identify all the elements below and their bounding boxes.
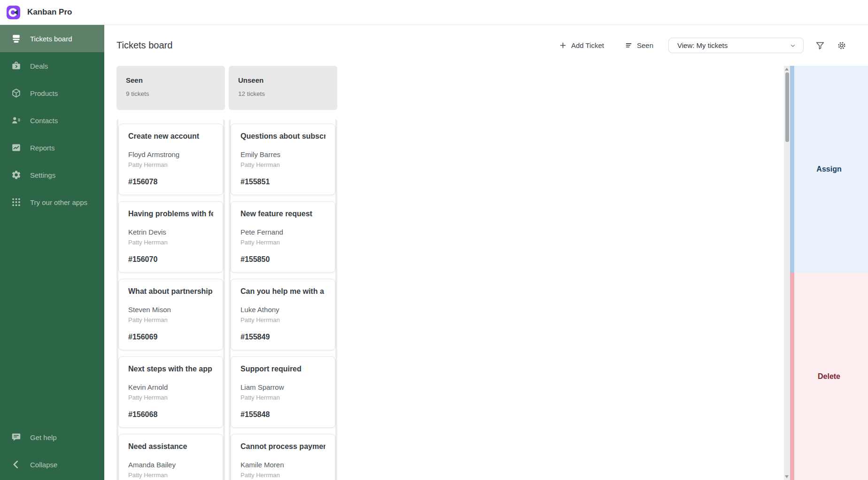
board-column-unseen: Unseen12 ticketsQuestions about subscri.… [229,66,337,480]
products-icon [10,87,22,99]
sidebar-item-label: Get help [30,433,57,441]
delete-dropzone[interactable]: Delete [790,273,868,480]
ticket-title: Create new account [128,132,213,141]
scrollbar-thumb[interactable] [785,72,789,142]
ticket-requester: Pete Fernand [240,228,326,236]
ticket-assignee: Patty Herrman [240,161,326,168]
ticket-assignee: Patty Herrman [128,394,213,401]
card-slot: Questions about subscri...Emily BarresPa… [231,119,335,201]
card-slot: Can you help me with a r...Luke AthonyPa… [231,279,335,356]
ticket-title: What about partnership [128,287,213,296]
sidebar-item-label: Contacts [30,117,58,125]
ticket-requester: Amanda Bailey [128,461,213,469]
gear-icon [837,40,847,51]
list-lines-icon [625,41,633,49]
card-slot: Having problems with fe...Ketrin DevisPa… [118,201,223,279]
ticket-requester: Kamile Moren [240,461,326,469]
settings-button[interactable] [837,40,847,51]
main-header: Tickets board Add Ticket [104,25,868,66]
contacts-icon [10,115,22,126]
ticket-requester: Luke Athony [240,306,326,314]
ticket-card[interactable]: New feature requestPete FernandPatty Her… [231,201,335,273]
assign-dropzone-label: Assign [816,165,841,173]
sidebar-spacer [0,216,104,424]
ticket-card[interactable]: Questions about subscri...Emily BarresPa… [231,124,335,195]
ticket-requester: Ketrin Devis [128,228,213,236]
ticket-title: Cannot process payment [240,442,326,451]
ticket-number: #155849 [240,333,326,341]
ticket-number: #155848 [240,410,326,419]
ticket-assignee: Patty Herrman [240,394,326,401]
assign-dropzone[interactable]: Assign [790,66,868,273]
vertical-scrollbar[interactable] [784,66,790,480]
top-bar: Kanban Pro [0,0,868,25]
header-controls: Add Ticket Seen View: My tickets [559,38,847,53]
reports-icon [10,142,22,153]
add-ticket-label: Add Ticket [571,41,604,49]
sidebar-item-label: Products [30,89,58,97]
column-title: Unseen [238,76,328,84]
card-slot: Create new accountFloyd ArmstrongPatty H… [118,119,223,201]
sidebar-item-products[interactable]: Products [0,79,104,107]
sidebar-item-get-help[interactable]: Get help [0,424,104,451]
sidebar-item-label: Collapse [30,461,57,469]
sidebar: Tickets boardDealsProductsContactsReport… [0,25,104,480]
column-ticket-count: 12 tickets [238,90,328,97]
card-slot: Need assistanceAmanda BaileyPatty Herrma… [118,434,223,480]
sidebar-item-label: Deals [30,62,48,70]
ticket-assignee: Patty Herrman [128,472,213,479]
column-header: Unseen12 tickets [229,66,337,110]
seen-filter-button[interactable]: Seen [625,41,653,49]
ticket-title: Questions about subscri... [240,132,326,141]
sidebar-item-reports[interactable]: Reports [0,134,104,161]
sidebar-item-deals[interactable]: Deals [0,52,104,79]
column-card-track: Create new accountFloyd ArmstrongPatty H… [116,119,225,480]
card-slot: Cannot process paymentKamile MorenPatty … [231,434,335,480]
filter-button[interactable] [815,40,825,51]
ticket-requester: Steven Mison [128,306,213,314]
ticket-number: #156069 [128,333,213,341]
ticket-number: #156068 [128,410,213,419]
sidebar-item-label: Try our other apps [30,198,87,206]
sidebar-item-tickets-board[interactable]: Tickets board [0,25,104,52]
ticket-card[interactable]: Support requiredLiam SparrowPatty Herrma… [231,356,335,428]
ticket-assignee: Patty Herrman [240,472,326,479]
chat-icon [10,432,22,443]
ticket-card[interactable]: Create new accountFloyd ArmstrongPatty H… [118,124,223,195]
board-wrap: Seen9 ticketsCreate new accountFloyd Arm… [104,66,868,480]
view-select[interactable]: View: My tickets [668,38,804,53]
dropzones: Assign Delete [790,66,868,480]
ticket-card[interactable]: Cannot process paymentKamile MorenPatty … [231,434,335,480]
column-ticket-count: 9 tickets [126,90,216,97]
scroll-up-arrow-icon[interactable] [785,68,789,71]
ticket-title: New feature request [240,210,326,218]
seen-filter-label: Seen [637,41,653,49]
ticket-card[interactable]: Can you help me with a r...Luke AthonyPa… [231,279,335,350]
sidebar-item-contacts[interactable]: Contacts [0,107,104,134]
scroll-down-arrow-icon[interactable] [785,475,789,478]
ticket-title: Can you help me with a r... [240,287,326,296]
card-slot: Support requiredLiam SparrowPatty Herrma… [231,356,335,434]
ticket-title: Support required [240,365,326,373]
add-ticket-button[interactable]: Add Ticket [559,41,604,49]
sidebar-item-try-our-other-apps[interactable]: Try our other apps [0,189,104,216]
ticket-card[interactable]: What about partnershipSteven MisonPatty … [118,279,223,350]
sidebar-item-collapse[interactable]: Collapse [0,451,104,478]
ticket-number: #155851 [240,178,326,186]
settings-icon [10,169,22,181]
chevron-down-icon [789,42,797,49]
ticket-requester: Emily Barres [240,150,326,158]
sidebar-item-label: Reports [30,144,55,152]
sidebar-item-label: Tickets board [30,35,72,43]
plus-icon [559,41,567,49]
column-card-track: Questions about subscri...Emily BarresPa… [229,119,337,480]
sidebar-item-settings[interactable]: Settings [0,161,104,189]
ticket-card[interactable]: Next steps with the appKevin ArnoldPatty… [118,356,223,428]
ticket-card[interactable]: Having problems with fe...Ketrin DevisPa… [118,201,223,273]
ticket-title: Having problems with fe... [128,210,213,218]
apps-grid-icon [10,197,22,208]
card-slot: New feature requestPete FernandPatty Her… [231,201,335,279]
ticket-requester: Kevin Arnold [128,383,213,391]
deals-icon [10,60,22,71]
ticket-card[interactable]: Need assistanceAmanda BaileyPatty Herrma… [118,434,223,480]
